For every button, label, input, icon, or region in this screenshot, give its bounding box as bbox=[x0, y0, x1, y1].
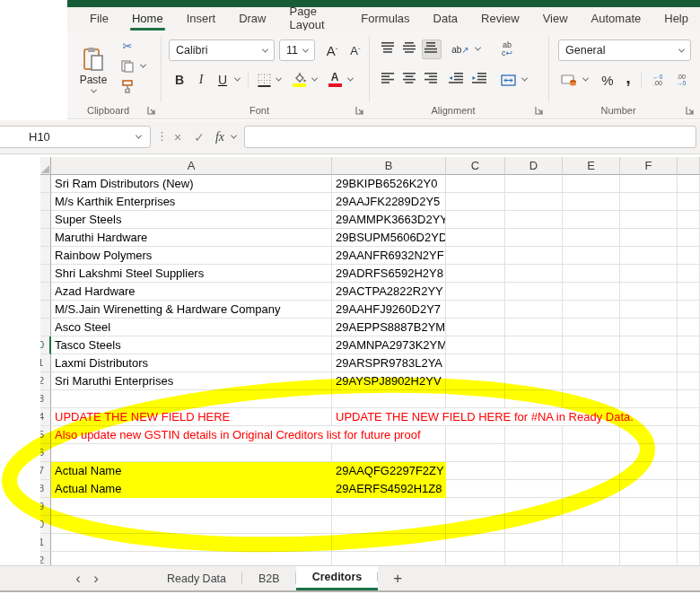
cell-A11[interactable]: Laxmi Distributors bbox=[51, 354, 332, 372]
borders-button[interactable] bbox=[255, 70, 273, 90]
cell-D2[interactable] bbox=[505, 193, 563, 211]
cell-E15[interactable] bbox=[563, 426, 620, 444]
row-header-12[interactable]: 12 bbox=[40, 372, 51, 390]
cell-A9[interactable]: Asco Steel bbox=[51, 319, 332, 336]
cell-C18[interactable] bbox=[446, 480, 505, 498]
cell-D12[interactable] bbox=[505, 372, 563, 390]
cell-F18[interactable] bbox=[620, 480, 678, 498]
cell-F6[interactable] bbox=[620, 265, 678, 283]
cell-E12[interactable] bbox=[563, 372, 620, 390]
cell-B4[interactable]: 29BSUPM5606D2YD bbox=[332, 229, 446, 247]
cell-E19[interactable] bbox=[563, 498, 620, 516]
cell-C12[interactable] bbox=[446, 372, 505, 390]
row-header-5[interactable]: 5 bbox=[40, 247, 51, 265]
row-header-8[interactable]: 8 bbox=[40, 301, 51, 319]
menu-item-insert[interactable]: Insert bbox=[175, 8, 228, 31]
cell-E4[interactable] bbox=[563, 229, 620, 247]
cell-A1[interactable]: Sri Ram Distributors (New) bbox=[51, 175, 332, 193]
cell-C16[interactable] bbox=[446, 444, 505, 462]
row-header-19[interactable]: 19 bbox=[40, 498, 51, 516]
cell-C2[interactable] bbox=[446, 193, 505, 211]
cell-B3[interactable]: 29AMMPK3663D2YY bbox=[332, 211, 446, 229]
cell-B14[interactable]: UPDATE THE NEW FIELD HERE for #NA in Rea… bbox=[332, 408, 446, 426]
row-header-4[interactable]: 4 bbox=[40, 229, 51, 247]
wrap-text-button[interactable]: ab c↩ bbox=[495, 38, 519, 61]
enter-button[interactable]: ✓ bbox=[188, 126, 210, 148]
comma-style-button[interactable]: , bbox=[621, 66, 635, 88]
cell-A19[interactable] bbox=[51, 498, 332, 516]
cell-F2[interactable] bbox=[620, 193, 678, 211]
cell-B19[interactable] bbox=[332, 498, 446, 516]
align-top-button[interactable] bbox=[379, 39, 398, 59]
decrease-font-size-button[interactable]: Aˇ bbox=[345, 39, 366, 61]
cell-F19[interactable] bbox=[620, 498, 678, 516]
decrease-indent-button[interactable] bbox=[445, 70, 467, 90]
cell-A5[interactable]: Rainbow Polymers bbox=[51, 247, 332, 265]
cell-D11[interactable] bbox=[505, 354, 563, 372]
cell-G20[interactable] bbox=[678, 516, 700, 534]
cell-G7[interactable] bbox=[678, 283, 700, 301]
cell-C6[interactable] bbox=[446, 265, 505, 283]
cell-F5[interactable] bbox=[620, 247, 678, 265]
cell-B12[interactable]: 29AYSPJ8902H2YV bbox=[332, 372, 446, 390]
column-header-A[interactable]: A bbox=[51, 157, 332, 175]
cell-C3[interactable] bbox=[446, 211, 505, 229]
cell-D18[interactable] bbox=[505, 480, 563, 498]
cell-F15[interactable] bbox=[620, 426, 678, 444]
cell-C15[interactable] bbox=[446, 426, 505, 444]
cell-D6[interactable] bbox=[505, 265, 563, 283]
cell-B8[interactable]: 29AAHFJ9260D2Y7 bbox=[332, 301, 446, 319]
menu-item-view[interactable]: View bbox=[531, 8, 580, 31]
cell-A15[interactable]: Also update new GSTIN details in Origina… bbox=[51, 426, 332, 444]
cell-C20[interactable] bbox=[446, 516, 505, 534]
cell-D10[interactable] bbox=[505, 336, 563, 354]
number-dialog-launcher-icon[interactable] bbox=[686, 106, 695, 115]
cell-E9[interactable] bbox=[563, 319, 620, 336]
cell-D13[interactable] bbox=[505, 390, 563, 408]
decrease-decimal-button[interactable]: .00 →0 bbox=[671, 70, 691, 90]
cell-C11[interactable] bbox=[446, 354, 505, 372]
column-header-E[interactable]: E bbox=[563, 157, 620, 175]
cell-B1[interactable]: 29BKIPB6526K2Y0 bbox=[332, 175, 446, 193]
row-header-7[interactable]: 7 bbox=[40, 283, 51, 301]
cell-E2[interactable] bbox=[563, 193, 620, 211]
cell-D7[interactable] bbox=[505, 283, 563, 301]
menu-item-home[interactable]: Home bbox=[120, 8, 175, 31]
cell-G19[interactable] bbox=[678, 498, 700, 516]
cell-B16[interactable] bbox=[332, 444, 446, 462]
cell-G17[interactable] bbox=[678, 462, 700, 480]
cell-D8[interactable] bbox=[505, 301, 563, 319]
cell-C5[interactable] bbox=[446, 247, 505, 265]
cell-F22[interactable] bbox=[620, 552, 678, 565]
cancel-button[interactable]: × bbox=[167, 126, 188, 148]
cell-A4[interactable]: Maruthi Hardware bbox=[51, 229, 332, 247]
alignment-dialog-launcher-icon[interactable] bbox=[535, 106, 544, 115]
cell-E5[interactable] bbox=[563, 247, 620, 265]
row-header-22[interactable]: 22 bbox=[40, 552, 51, 565]
row-header-13[interactable]: 13 bbox=[40, 390, 51, 408]
number-format-combo[interactable]: General bbox=[558, 39, 691, 61]
cell-G15[interactable] bbox=[678, 426, 700, 444]
merge-center-button[interactable] bbox=[497, 70, 519, 90]
cell-E20[interactable] bbox=[563, 516, 620, 534]
cell-B13[interactable] bbox=[332, 390, 446, 408]
bold-button[interactable]: B bbox=[171, 70, 188, 90]
cell-B5[interactable]: 29AANFR6932N2YF bbox=[332, 247, 446, 265]
cell-C4[interactable] bbox=[446, 229, 505, 247]
menu-item-data[interactable]: Data bbox=[422, 8, 469, 31]
cell-E11[interactable] bbox=[563, 354, 620, 372]
cell-B22[interactable] bbox=[332, 552, 446, 565]
align-center-button[interactable] bbox=[400, 70, 420, 90]
cell-F8[interactable] bbox=[620, 301, 678, 319]
cell-F12[interactable] bbox=[620, 372, 678, 390]
cell-E6[interactable] bbox=[563, 265, 620, 283]
row-header-20[interactable]: 20 bbox=[40, 516, 51, 534]
cell-E16[interactable] bbox=[563, 444, 620, 462]
menu-item-file[interactable]: File bbox=[78, 8, 120, 31]
cell-G22[interactable] bbox=[678, 552, 700, 565]
copy-button[interactable] bbox=[118, 58, 137, 74]
cell-E22[interactable] bbox=[563, 552, 620, 565]
next-sheet-button[interactable]: › bbox=[79, 566, 113, 590]
row-header-11[interactable]: 11 bbox=[40, 354, 51, 372]
cell-A14[interactable]: UPDATE THE NEW FIELD HERE bbox=[51, 408, 332, 426]
